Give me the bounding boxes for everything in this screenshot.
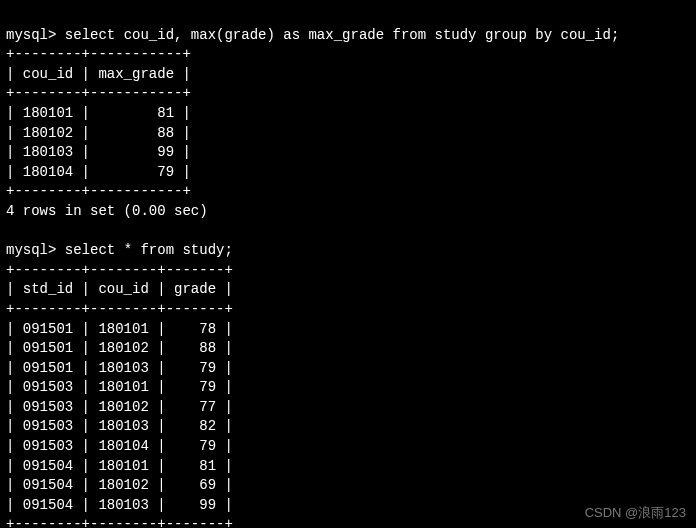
table-row: | 091503 | 180104 | 79 | bbox=[6, 438, 233, 454]
table-row: | 091503 | 180103 | 82 | bbox=[6, 418, 233, 434]
table-row: | 091501 | 180103 | 79 | bbox=[6, 360, 233, 376]
table-border: +--------+-----------+ bbox=[6, 85, 191, 101]
table-border: +--------+--------+-------+ bbox=[6, 301, 233, 317]
table-row: | 091504 | 180103 | 99 | bbox=[6, 497, 233, 513]
table-row: | 180101 | 81 | bbox=[6, 105, 191, 121]
table-row: | 091501 | 180101 | 78 | bbox=[6, 321, 233, 337]
table-border: +--------+-----------+ bbox=[6, 46, 191, 62]
query-text: select * from study; bbox=[65, 242, 233, 258]
table-row: | 180102 | 88 | bbox=[6, 125, 191, 141]
mysql-prompt: mysql> bbox=[6, 242, 56, 258]
table-row: | 180103 | 99 | bbox=[6, 144, 191, 160]
table-row: | 091503 | 180102 | 77 | bbox=[6, 399, 233, 415]
table-border: +--------+--------+-------+ bbox=[6, 262, 233, 278]
query-text: select cou_id, max(grade) as max_grade f… bbox=[65, 27, 620, 43]
table-header: | cou_id | max_grade | bbox=[6, 66, 191, 82]
table-border: +--------+--------+-------+ bbox=[6, 516, 233, 528]
watermark: CSDN @浪雨123 bbox=[585, 504, 686, 522]
table-row: | 091504 | 180102 | 69 | bbox=[6, 477, 233, 493]
table-border: +--------+-----------+ bbox=[6, 183, 191, 199]
table-row: | 091503 | 180101 | 79 | bbox=[6, 379, 233, 395]
table-row: | 091501 | 180102 | 88 | bbox=[6, 340, 233, 356]
table-header: | std_id | cou_id | grade | bbox=[6, 281, 233, 297]
result-status: 4 rows in set (0.00 sec) bbox=[6, 203, 208, 219]
table-row: | 180104 | 79 | bbox=[6, 164, 191, 180]
table-row: | 091504 | 180101 | 81 | bbox=[6, 458, 233, 474]
mysql-prompt: mysql> bbox=[6, 27, 56, 43]
